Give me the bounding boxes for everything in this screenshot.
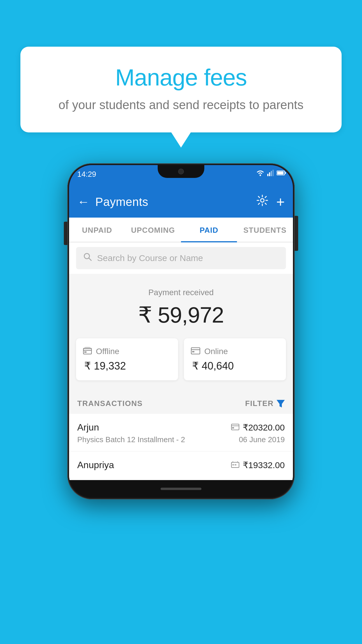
speech-bubble-container: Manage fees of your students and send re… bbox=[20, 47, 342, 132]
phone-power-button bbox=[295, 216, 298, 251]
offline-label: Offline bbox=[96, 347, 119, 356]
svg-rect-7 bbox=[277, 172, 284, 174]
app-bar: ← Payments + bbox=[69, 186, 293, 218]
svg-marker-17 bbox=[277, 400, 285, 407]
transaction-item: Arjun ₹20320.00 bbox=[69, 414, 293, 452]
app-bar-actions: + bbox=[256, 193, 285, 210]
transaction-type-icon-2 bbox=[231, 461, 239, 470]
transaction-course-1: Physics Batch 12 Installment - 2 bbox=[77, 435, 185, 444]
add-button[interactable]: + bbox=[276, 193, 285, 210]
manage-fees-subtitle: of your students and send receipts to pa… bbox=[44, 98, 318, 112]
transaction-amount-1: ₹20320.00 bbox=[243, 422, 285, 433]
transaction-date-1: 06 June 2019 bbox=[239, 435, 285, 444]
phone-bottom-bezel bbox=[69, 480, 293, 498]
svg-rect-14 bbox=[191, 348, 200, 354]
front-camera bbox=[178, 169, 184, 174]
transaction-item-2: Anupriya ₹19332.00 bbox=[69, 452, 293, 480]
transaction-type-icon-1 bbox=[231, 423, 239, 432]
svg-rect-1 bbox=[267, 174, 268, 176]
notch-area: 14:29 bbox=[69, 165, 293, 186]
svg-rect-13 bbox=[84, 351, 87, 353]
phone-volume-button bbox=[64, 222, 67, 245]
tab-unpaid[interactable]: UNPAID bbox=[69, 218, 125, 242]
payment-received-label: Payment received bbox=[76, 288, 286, 297]
online-card: Online ₹ 40,640 bbox=[184, 338, 286, 380]
transaction-detail-1: Physics Batch 12 Installment - 2 06 June… bbox=[77, 435, 285, 444]
svg-rect-2 bbox=[269, 172, 270, 176]
transaction-name-1: Arjun bbox=[77, 422, 99, 433]
transaction-amount-container-1: ₹20320.00 bbox=[231, 422, 285, 433]
phone-outer: 14:29 bbox=[67, 163, 295, 499]
svg-point-8 bbox=[261, 199, 264, 202]
phone-frame: 14:29 bbox=[67, 163, 295, 499]
online-amount: ₹ 40,640 bbox=[191, 360, 279, 372]
svg-rect-20 bbox=[232, 427, 234, 428]
filter-label: FILTER bbox=[245, 399, 274, 408]
app-bar-title: Payments bbox=[95, 195, 256, 209]
svg-rect-23 bbox=[235, 464, 236, 466]
transaction-amount-container-2: ₹19332.00 bbox=[231, 460, 285, 470]
transactions-header: TRANSACTIONS FILTER bbox=[69, 391, 293, 414]
transaction-name-2: Anupriya bbox=[77, 460, 114, 470]
offline-card: Offline ₹ 19,332 bbox=[76, 338, 178, 380]
battery-icon bbox=[277, 170, 286, 176]
offline-amount: ₹ 19,332 bbox=[83, 360, 171, 372]
svg-rect-4 bbox=[273, 170, 274, 176]
tab-students[interactable]: STUDENTS bbox=[237, 218, 293, 242]
online-icon bbox=[191, 346, 200, 356]
svg-line-10 bbox=[89, 258, 92, 261]
search-icon bbox=[83, 252, 92, 264]
svg-rect-22 bbox=[232, 464, 234, 466]
transaction-amount-2: ₹19332.00 bbox=[243, 460, 285, 470]
status-icons bbox=[256, 170, 286, 176]
search-input[interactable]: Search by Course or Name bbox=[97, 253, 203, 263]
search-container: Search by Course or Name bbox=[69, 242, 293, 274]
tab-upcoming[interactable]: UPCOMING bbox=[125, 218, 181, 242]
filter-icon bbox=[277, 400, 285, 407]
payment-cards: Offline ₹ 19,332 bbox=[69, 338, 293, 391]
phone-inner: 14:29 bbox=[69, 165, 293, 498]
transaction-row-1: Arjun ₹20320.00 bbox=[77, 422, 285, 433]
payment-summary: Payment received ₹ 59,972 bbox=[69, 274, 293, 338]
svg-point-0 bbox=[260, 175, 261, 176]
filter-container[interactable]: FILTER bbox=[245, 399, 285, 408]
settings-button[interactable] bbox=[256, 195, 268, 209]
wifi-icon bbox=[256, 170, 264, 176]
offline-card-header: Offline bbox=[83, 346, 171, 356]
speech-bubble: Manage fees of your students and send re… bbox=[20, 47, 342, 132]
payment-total-amount: ₹ 59,972 bbox=[76, 302, 286, 328]
phone-notch bbox=[158, 165, 204, 178]
status-time: 14:29 bbox=[77, 170, 96, 179]
tabs-container: UNPAID UPCOMING PAID STUDENTS bbox=[69, 218, 293, 242]
manage-fees-title: Manage fees bbox=[44, 64, 318, 91]
online-label: Online bbox=[204, 347, 228, 356]
transaction-row-2: Anupriya ₹19332.00 bbox=[77, 460, 285, 470]
search-bar[interactable]: Search by Course or Name bbox=[76, 247, 286, 269]
svg-rect-16 bbox=[192, 351, 194, 352]
svg-rect-6 bbox=[285, 172, 286, 174]
svg-rect-3 bbox=[271, 171, 272, 176]
tab-paid[interactable]: PAID bbox=[181, 218, 237, 242]
phone-screen: Search by Course or Name Payment receive… bbox=[69, 242, 293, 480]
svg-rect-18 bbox=[231, 424, 239, 430]
transactions-label: TRANSACTIONS bbox=[77, 399, 143, 408]
back-button[interactable]: ← bbox=[77, 195, 89, 209]
home-indicator bbox=[161, 488, 201, 490]
signal-icon bbox=[267, 170, 274, 176]
online-card-header: Online bbox=[191, 346, 279, 356]
offline-icon bbox=[83, 346, 92, 356]
